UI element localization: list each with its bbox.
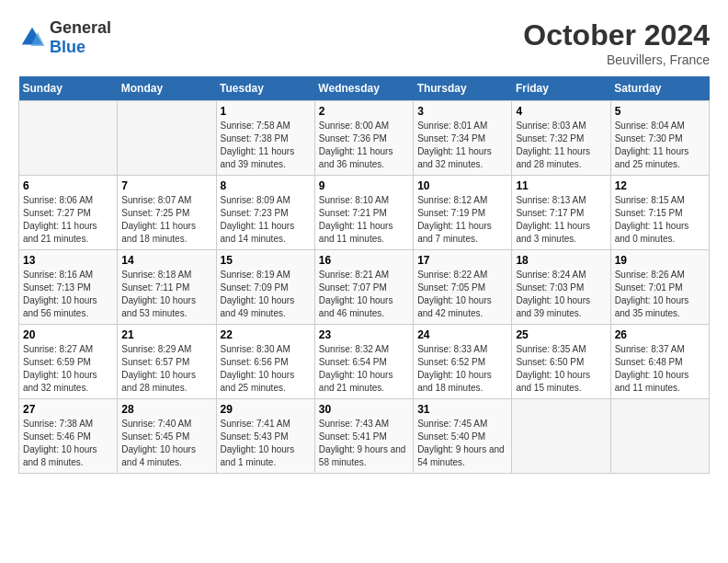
day-number: 23 [319,328,409,341]
calendar-cell: 2Sunrise: 8:00 AMSunset: 7:36 PMDaylight… [314,101,413,176]
calendar-cell: 26Sunrise: 8:37 AMSunset: 6:48 PMDayligh… [610,325,709,399]
day-info: Sunrise: 8:27 AMSunset: 6:59 PMDaylight:… [23,343,113,395]
location-subtitle: Beuvillers, France [523,52,710,67]
calendar-cell: 28Sunrise: 7:40 AMSunset: 5:45 PMDayligh… [118,399,216,474]
day-info: Sunrise: 8:12 AMSunset: 7:19 PMDaylight:… [417,194,507,246]
day-number: 24 [417,328,507,341]
day-info: Sunrise: 8:06 AMSunset: 7:27 PMDaylight:… [23,194,113,246]
day-number: 28 [121,403,211,416]
calendar-week-row: 6Sunrise: 8:06 AMSunset: 7:27 PMDaylight… [19,176,710,250]
day-number: 6 [23,179,113,192]
day-info: Sunrise: 8:00 AMSunset: 7:36 PMDaylight:… [319,120,409,171]
calendar-cell: 9Sunrise: 8:10 AMSunset: 7:21 PMDaylight… [314,176,413,250]
day-info: Sunrise: 8:19 AMSunset: 7:09 PMDaylight:… [221,269,311,320]
calendar-cell [610,399,709,474]
day-number: 26 [615,328,705,341]
logo-icon [18,24,46,52]
calendar-cell: 30Sunrise: 7:43 AMSunset: 5:41 PMDayligh… [314,399,413,474]
day-number: 4 [516,105,606,118]
calendar-cell: 8Sunrise: 8:09 AMSunset: 7:23 PMDaylight… [216,176,314,250]
day-info: Sunrise: 8:18 AMSunset: 7:11 PMDaylight:… [121,269,211,320]
calendar-cell: 16Sunrise: 8:21 AMSunset: 7:07 PMDayligh… [314,250,413,325]
day-number: 20 [23,328,113,341]
day-info: Sunrise: 8:29 AMSunset: 6:57 PMDaylight:… [121,343,211,395]
col-header-saturday: Saturday [610,76,709,101]
day-number: 27 [23,403,113,416]
calendar-cell: 3Sunrise: 8:01 AMSunset: 7:34 PMDaylight… [414,101,512,176]
calendar-week-row: 20Sunrise: 8:27 AMSunset: 6:59 PMDayligh… [19,325,710,399]
calendar-cell [118,101,216,176]
day-info: Sunrise: 8:30 AMSunset: 6:56 PMDaylight:… [221,343,311,395]
day-number: 22 [221,328,311,341]
calendar-cell: 21Sunrise: 8:29 AMSunset: 6:57 PMDayligh… [118,325,216,399]
day-number: 30 [319,403,409,416]
day-number: 2 [319,105,409,118]
day-number: 29 [221,403,311,416]
day-number: 10 [417,179,507,192]
day-info: Sunrise: 7:45 AMSunset: 5:40 PMDaylight:… [417,418,507,469]
day-number: 7 [121,179,211,192]
calendar-cell: 25Sunrise: 8:35 AMSunset: 6:50 PMDayligh… [512,325,610,399]
calendar-cell: 31Sunrise: 7:45 AMSunset: 5:40 PMDayligh… [414,399,512,474]
day-number: 12 [615,179,705,192]
day-number: 8 [221,179,311,192]
day-info: Sunrise: 7:58 AMSunset: 7:38 PMDaylight:… [221,120,311,171]
day-info: Sunrise: 8:15 AMSunset: 7:15 PMDaylight:… [615,194,705,246]
day-info: Sunrise: 8:07 AMSunset: 7:25 PMDaylight:… [121,194,211,246]
day-info: Sunrise: 8:01 AMSunset: 7:34 PMDaylight:… [417,120,507,171]
calendar-cell [512,399,610,474]
calendar-cell: 12Sunrise: 8:15 AMSunset: 7:15 PMDayligh… [610,176,709,250]
calendar-week-row: 1Sunrise: 7:58 AMSunset: 7:38 PMDaylight… [19,101,710,176]
calendar-cell: 1Sunrise: 7:58 AMSunset: 7:38 PMDaylight… [216,101,314,176]
day-info: Sunrise: 8:21 AMSunset: 7:07 PMDaylight:… [319,269,409,320]
day-number: 21 [121,328,211,341]
calendar-cell: 17Sunrise: 8:22 AMSunset: 7:05 PMDayligh… [414,250,512,325]
calendar-cell: 23Sunrise: 8:32 AMSunset: 6:54 PMDayligh… [314,325,413,399]
day-info: Sunrise: 8:26 AMSunset: 7:01 PMDaylight:… [615,269,705,320]
day-info: Sunrise: 8:09 AMSunset: 7:23 PMDaylight:… [221,194,311,246]
page-header: General Blue October 2024 Beuvillers, Fr… [18,18,710,67]
day-number: 17 [417,254,507,267]
calendar-cell: 18Sunrise: 8:24 AMSunset: 7:03 PMDayligh… [512,250,610,325]
day-info: Sunrise: 7:43 AMSunset: 5:41 PMDaylight:… [319,418,409,469]
day-info: Sunrise: 8:35 AMSunset: 6:50 PMDaylight:… [516,343,606,395]
day-info: Sunrise: 8:24 AMSunset: 7:03 PMDaylight:… [516,269,606,320]
calendar-cell: 15Sunrise: 8:19 AMSunset: 7:09 PMDayligh… [216,250,314,325]
day-number: 9 [319,179,409,192]
day-number: 3 [417,105,507,118]
calendar-cell: 4Sunrise: 8:03 AMSunset: 7:32 PMDaylight… [512,101,610,176]
day-number: 16 [319,254,409,267]
logo-blue-text: Blue [50,38,111,57]
calendar-cell: 13Sunrise: 8:16 AMSunset: 7:13 PMDayligh… [19,250,118,325]
logo-text: General Blue [50,18,111,57]
day-info: Sunrise: 8:10 AMSunset: 7:21 PMDaylight:… [319,194,409,246]
title-block: October 2024 Beuvillers, France [523,18,710,67]
calendar-table: SundayMondayTuesdayWednesdayThursdayFrid… [18,76,710,474]
day-info: Sunrise: 8:03 AMSunset: 7:32 PMDaylight:… [516,120,606,171]
day-number: 31 [417,403,507,416]
day-number: 13 [23,254,113,267]
calendar-cell: 7Sunrise: 8:07 AMSunset: 7:25 PMDaylight… [118,176,216,250]
calendar-cell: 14Sunrise: 8:18 AMSunset: 7:11 PMDayligh… [118,250,216,325]
col-header-monday: Monday [118,76,216,101]
day-number: 5 [615,105,705,118]
day-info: Sunrise: 7:38 AMSunset: 5:46 PMDaylight:… [23,418,113,469]
day-info: Sunrise: 8:32 AMSunset: 6:54 PMDaylight:… [319,343,409,395]
calendar-cell: 11Sunrise: 8:13 AMSunset: 7:17 PMDayligh… [512,176,610,250]
calendar-week-row: 27Sunrise: 7:38 AMSunset: 5:46 PMDayligh… [19,399,710,474]
col-header-thursday: Thursday [414,76,512,101]
day-info: Sunrise: 8:13 AMSunset: 7:17 PMDaylight:… [516,194,606,246]
day-info: Sunrise: 7:41 AMSunset: 5:43 PMDaylight:… [221,418,311,469]
col-header-tuesday: Tuesday [216,76,314,101]
day-info: Sunrise: 8:37 AMSunset: 6:48 PMDaylight:… [615,343,705,395]
col-header-wednesday: Wednesday [314,76,413,101]
calendar-cell: 5Sunrise: 8:04 AMSunset: 7:30 PMDaylight… [610,101,709,176]
calendar-cell: 29Sunrise: 7:41 AMSunset: 5:43 PMDayligh… [216,399,314,474]
day-info: Sunrise: 8:33 AMSunset: 6:52 PMDaylight:… [417,343,507,395]
calendar-cell: 20Sunrise: 8:27 AMSunset: 6:59 PMDayligh… [19,325,118,399]
calendar-header-row: SundayMondayTuesdayWednesdayThursdayFrid… [19,76,710,101]
calendar-cell: 10Sunrise: 8:12 AMSunset: 7:19 PMDayligh… [414,176,512,250]
day-info: Sunrise: 7:40 AMSunset: 5:45 PMDaylight:… [121,418,211,469]
col-header-sunday: Sunday [19,76,118,101]
logo: General Blue [18,18,111,57]
